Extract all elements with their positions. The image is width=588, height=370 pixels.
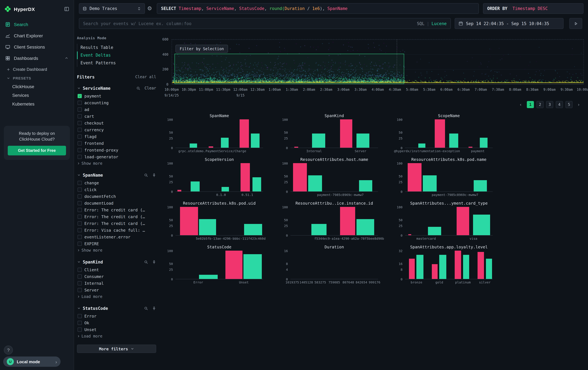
chart-title: ScopeVersion <box>176 157 263 162</box>
bar-inbound[interactable] <box>180 207 198 235</box>
help-button[interactable]: ? <box>4 346 13 355</box>
local-mode-button[interactable]: U Local mode › <box>3 357 61 367</box>
bar-inbound[interactable] <box>294 147 298 148</box>
bar-inbound[interactable] <box>340 207 355 235</box>
x-tick-label: payment-7985c8969c-mwmw7 <box>432 193 478 197</box>
chart-y-axis: 10050250 <box>162 163 174 192</box>
bar-inbound[interactable] <box>239 119 249 148</box>
bar-baseline[interactable] <box>251 133 260 148</box>
bar-inbound[interactable] <box>469 147 472 148</box>
create-dashboard-button[interactable]: Create Dashboard <box>0 65 74 74</box>
bar-baseline[interactable] <box>244 224 262 235</box>
bar-baseline[interactable] <box>356 219 374 235</box>
bar-inbound[interactable] <box>409 259 415 279</box>
y-tick-label: 0 <box>400 234 402 237</box>
bar-inbound[interactable] <box>293 163 307 191</box>
sidebar-item-services[interactable]: Services <box>0 91 74 100</box>
chart-y-axis: 10050250 <box>392 163 404 192</box>
bar-baseline[interactable] <box>480 138 488 148</box>
bar-baseline[interactable] <box>199 275 218 279</box>
sidebar-item-dashboards[interactable]: Dashboards <box>0 52 74 64</box>
events-heatmap[interactable] <box>172 39 584 84</box>
bar-baseline[interactable] <box>449 133 458 148</box>
sidebar-item-kubernetes[interactable]: Kubernetes <box>0 100 74 109</box>
bar-inbound[interactable] <box>340 119 352 148</box>
bar-baseline[interactable] <box>189 143 197 148</box>
bar-baseline[interactable] <box>419 143 426 148</box>
bar-baseline[interactable] <box>221 138 229 148</box>
chart-y-axis: 10050250 <box>162 251 174 279</box>
chart-x-axis: 1019375140512858327575908580764884265499… <box>290 280 378 284</box>
bar-inbound[interactable] <box>178 190 181 191</box>
sidebar-item-clickhouse[interactable]: ClickHouse <box>0 82 74 91</box>
chart-spanattributes-yment-card-type: SpanAttributes...yment.card_type10050250… <box>392 201 493 243</box>
bar-baseline[interactable] <box>428 227 441 235</box>
x-tick-label: 5e02b5fb-13ae-4296-bbbc-111f423c460d <box>196 237 266 240</box>
x-tick-label: grpc.oteldemo.PaymentService/Charge <box>178 149 246 153</box>
chart-x-axis: 5e02b5fb-13ae-4296-bbbc-111f423c460d <box>176 237 263 241</box>
bar-inbound[interactable] <box>456 207 469 235</box>
y-tick-label: 100 <box>397 162 402 165</box>
presets-toggle[interactable]: PRESETS <box>0 74 74 82</box>
sidebar-item-client-sessions[interactable]: Client Sessions <box>0 41 74 52</box>
chart-scopeversion: ScopeVersion100502500.1.00.51.1 <box>162 157 263 199</box>
y-tick-label: 25 <box>169 268 173 271</box>
x-tick-label: 0.1.0 <box>216 193 226 197</box>
bar-baseline[interactable] <box>199 219 216 235</box>
y-tick-label: 50 <box>399 174 402 178</box>
y-tick-label: 100 <box>167 118 173 121</box>
bar-inbound[interactable] <box>477 252 484 279</box>
chart-title: ResourceAttributes.k8s.pod.uid <box>176 201 263 206</box>
bar-baseline[interactable] <box>463 255 469 279</box>
bar-baseline[interactable] <box>439 255 446 279</box>
bar-baseline[interactable] <box>311 224 327 235</box>
bar-inbound[interactable] <box>432 264 438 279</box>
x-tick-label: bronze <box>411 280 422 284</box>
chart-x-axis: payment-7985c8969c-mwmw7 <box>290 193 378 197</box>
bar-inbound[interactable] <box>408 163 421 191</box>
bar-baseline[interactable] <box>308 175 322 191</box>
x-tick-label: 1405128 <box>299 280 313 284</box>
collapse-sidebar-icon[interactable] <box>64 6 69 11</box>
bar-inbound[interactable] <box>435 119 445 148</box>
filter-by-selection-button[interactable]: Filter by Selection <box>176 45 228 53</box>
get-started-button[interactable]: Get Started for Free <box>8 146 66 156</box>
search-icon <box>5 22 10 27</box>
chart-plot <box>405 207 493 236</box>
sidebar-item-chart-explorer[interactable]: Chart Explorer <box>0 30 74 41</box>
y-tick-label: 50 <box>169 262 173 265</box>
y-tick-label: 4 <box>286 268 288 271</box>
chart-y-axis: 16840 <box>277 251 289 279</box>
presets-label: PRESETS <box>13 76 31 80</box>
bar-baseline[interactable] <box>356 133 369 148</box>
bar-inbound[interactable] <box>408 234 411 235</box>
monitor-icon <box>5 44 10 49</box>
bar-baseline[interactable] <box>221 187 229 191</box>
chart-title: ResourceAttribu..ice.instance.id <box>290 201 378 206</box>
selection-box[interactable] <box>174 54 404 84</box>
bar-inbound[interactable] <box>225 251 242 279</box>
bar-baseline[interactable] <box>486 259 492 279</box>
chart-y-axis: 321680 <box>392 251 404 279</box>
bar-baseline[interactable] <box>312 133 326 148</box>
x-tick-label: Unset <box>239 280 249 284</box>
bar-baseline[interactable] <box>243 254 262 279</box>
chart-resourceattribu-ice-instance-id: ResourceAttribu..ice.instance.id10050250… <box>277 201 378 243</box>
y-tick-label: 16 <box>284 249 288 253</box>
bar-baseline[interactable] <box>359 180 372 191</box>
bar-baseline[interactable] <box>423 175 437 191</box>
chart-plot <box>176 120 263 148</box>
bar-baseline[interactable] <box>191 181 200 191</box>
bar-inbound[interactable] <box>454 251 461 279</box>
x-tick-label: payment-7985c8969c-mwmw7 <box>317 193 364 197</box>
bar-inbound[interactable] <box>240 163 250 191</box>
bar-baseline[interactable] <box>252 177 261 191</box>
bar-baseline[interactable] <box>474 180 487 191</box>
y-tick-label: 0 <box>400 278 402 281</box>
chart-resourceattributes-k8s-pod-uid: ResourceAttributes.k8s.pod.uid100502505e… <box>162 201 263 243</box>
sidebar-item-search[interactable]: Search <box>0 19 74 30</box>
bar-baseline[interactable] <box>417 255 423 279</box>
bar-baseline[interactable] <box>473 215 490 235</box>
y-tick-label: 0 <box>286 190 288 193</box>
bar-inbound[interactable] <box>209 147 213 148</box>
